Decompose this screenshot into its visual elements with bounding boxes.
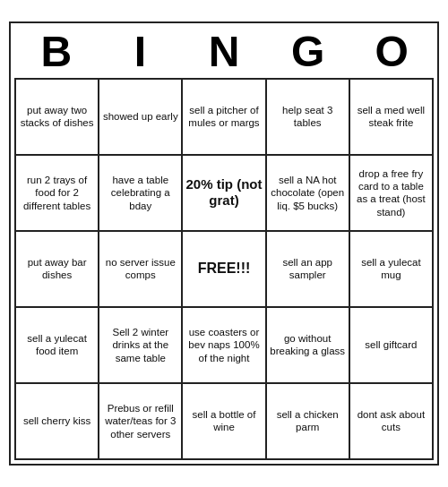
header-letter: B	[14, 27, 99, 78]
bingo-cell-14[interactable]: sell a yulecat mug	[350, 232, 434, 308]
bingo-cell-15[interactable]: sell a yulecat food item	[16, 308, 99, 384]
header-letter: I	[99, 27, 183, 78]
bingo-cell-10[interactable]: put away bar dishes	[16, 232, 99, 308]
bingo-cell-7[interactable]: 20% tip (not grat)	[183, 156, 266, 232]
bingo-cell-1[interactable]: showed up early	[99, 80, 183, 156]
bingo-cell-13[interactable]: sell an app sampler	[267, 232, 350, 308]
bingo-cell-2[interactable]: sell a pitcher of mules or margs	[183, 80, 266, 156]
bingo-cell-3[interactable]: help seat 3 tables	[267, 80, 350, 156]
bingo-cell-5[interactable]: run 2 trays of food for 2 different tabl…	[16, 156, 99, 232]
bingo-cell-22[interactable]: sell a bottle of wine	[183, 384, 266, 460]
bingo-cell-11[interactable]: no server issue comps	[99, 232, 183, 308]
bingo-cell-12[interactable]: FREE!!!	[183, 232, 266, 308]
bingo-cell-16[interactable]: Sell 2 winter drinks at the same table	[99, 308, 183, 384]
bingo-cell-21[interactable]: Prebus or refill water/teas for 3 other …	[99, 384, 183, 460]
bingo-cell-19[interactable]: sell giftcard	[350, 308, 434, 384]
bingo-cell-9[interactable]: drop a free fry card to a table as a tre…	[350, 156, 434, 232]
bingo-cell-4[interactable]: sell a med well steak frite	[350, 80, 434, 156]
bingo-cell-17[interactable]: use coasters or bev naps 100% of the nig…	[183, 308, 266, 384]
bingo-cell-20[interactable]: sell cherry kiss	[16, 384, 99, 460]
bingo-cell-6[interactable]: have a table celebrating a bday	[99, 156, 183, 232]
bingo-cell-18[interactable]: go without breaking a glass	[267, 308, 350, 384]
bingo-grid: put away two stacks of dishesshowed up e…	[14, 78, 434, 460]
header-letter: O	[349, 27, 434, 78]
bingo-cell-23[interactable]: sell a chicken parm	[267, 384, 350, 460]
bingo-cell-0[interactable]: put away two stacks of dishes	[16, 80, 99, 156]
bingo-header: BINGO	[14, 27, 434, 78]
header-letter: G	[266, 27, 350, 78]
bingo-cell-24[interactable]: dont ask about cuts	[350, 384, 434, 460]
bingo-card: BINGO put away two stacks of dishesshowe…	[9, 21, 439, 466]
bingo-cell-8[interactable]: sell a NA hot chocolate (open liq. $5 bu…	[267, 156, 350, 232]
header-letter: N	[182, 27, 266, 78]
